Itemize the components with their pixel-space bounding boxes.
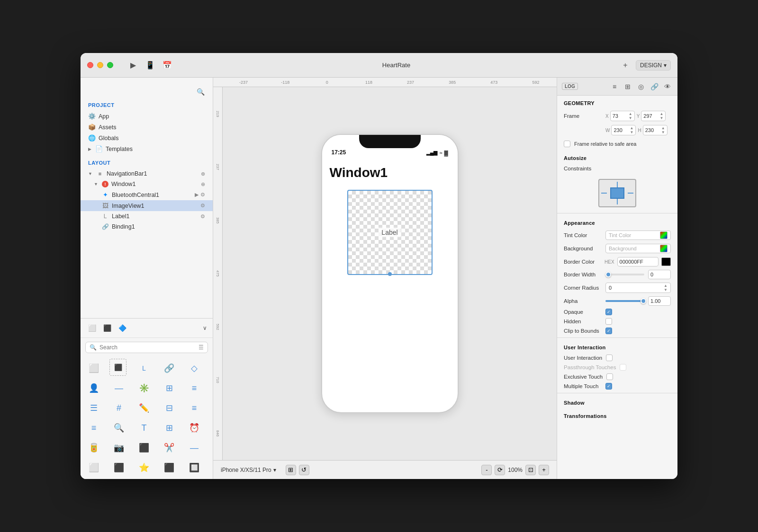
palette-item-grid[interactable]: ⊞ xyxy=(160,379,179,398)
palette-item-user[interactable]: 👤 xyxy=(84,379,103,398)
palette-item-list[interactable]: ☰ xyxy=(84,399,103,417)
play-item-icon[interactable]: ▶ xyxy=(195,192,199,198)
safe-area-checkbox[interactable] xyxy=(564,141,570,147)
palette-item-line[interactable]: — xyxy=(109,379,128,398)
zoom-in-button[interactable]: + xyxy=(539,465,549,475)
palette-tab-components[interactable]: ⬜ xyxy=(86,322,98,334)
corner-radius-stepper[interactable]: ▲ ▼ xyxy=(664,284,668,292)
sidebar-item-label1[interactable]: L Label1 ⚙ xyxy=(81,211,213,222)
flip-button[interactable]: ↺ xyxy=(299,465,309,475)
play-button[interactable]: ▶ xyxy=(126,59,140,72)
sidebar-item-window1[interactable]: ▼ ! Window1 ⊕ xyxy=(81,179,213,189)
settings-item-icon[interactable]: ⚙ xyxy=(200,192,205,198)
border-color-swatch[interactable] xyxy=(661,257,671,266)
x-stepper[interactable]: ▲ ▼ xyxy=(629,112,632,120)
palette-item-textfield[interactable]: T xyxy=(135,418,153,437)
palette-item-label[interactable]: L xyxy=(135,359,153,378)
palette-item-starshape[interactable]: ⭐ xyxy=(135,458,153,477)
y-input[interactable]: 297 ▲ ▼ xyxy=(641,111,666,121)
palette-item-view[interactable]: ⬜ xyxy=(84,359,103,378)
sidebar-item-imageview[interactable]: 🖼 ImageView1 ⚙ xyxy=(81,200,213,211)
hidden-checkbox[interactable] xyxy=(605,318,612,325)
tint-color-picker-icon[interactable] xyxy=(660,231,668,239)
canvas-main[interactable]: 17:25 ▂▄▆ ≈ ▓ Window1 xyxy=(223,87,557,460)
calendar-icon[interactable]: 📅 xyxy=(161,59,174,72)
log-button[interactable]: LOG xyxy=(562,83,578,90)
palette-item-dark[interactable]: ⬛ xyxy=(135,438,153,457)
border-hex-input[interactable]: 000000FF xyxy=(617,257,659,266)
palette-item-rect[interactable]: ⬜ xyxy=(84,458,103,477)
palette-item-link[interactable]: 🔗 xyxy=(160,359,179,378)
passthrough-checkbox[interactable] xyxy=(620,364,626,371)
zoom-fit-button[interactable]: ⊡ xyxy=(525,465,536,475)
device-icon[interactable]: 📱 xyxy=(144,59,157,72)
sidebar-item-binding1[interactable]: 🔗 Binding1 xyxy=(81,222,213,232)
h-stepper[interactable]: ▲ ▼ xyxy=(661,126,665,134)
zoom-out-button[interactable]: - xyxy=(481,465,492,475)
tint-color-input[interactable]: Tint Color xyxy=(605,231,671,240)
minimize-button[interactable] xyxy=(97,62,103,68)
constraints-visual[interactable] xyxy=(598,179,636,207)
sidebar-item-bluetooth[interactable]: ✦ BluetoothCentral1 ▶ ⚙ xyxy=(81,189,213,200)
alpha-slider[interactable] xyxy=(605,300,644,302)
sidebar-item-templates[interactable]: ▶ 📄 Templates xyxy=(81,143,213,154)
palette-item-nav[interactable]: ≡ xyxy=(185,379,204,398)
w-stepper[interactable]: ▲ ▼ xyxy=(630,126,634,134)
palette-item-menu[interactable]: ≡ xyxy=(185,399,204,417)
multiple-touch-checkbox[interactable] xyxy=(605,383,612,390)
y-stepper[interactable]: ▲ ▼ xyxy=(659,112,663,120)
palette-item-scissors[interactable]: ✂️ xyxy=(160,438,179,457)
rotate-button[interactable]: ⊞ xyxy=(286,465,296,475)
bg-color-picker-icon[interactable] xyxy=(660,245,668,252)
add-button[interactable]: + xyxy=(619,59,632,72)
palette-item-stack[interactable]: ⬛ xyxy=(160,458,179,477)
settings-icon[interactable]: ⚙ xyxy=(200,213,205,220)
add-item-icon[interactable]: ⊕ xyxy=(201,171,205,177)
palette-item-pencil[interactable]: ✏️ xyxy=(135,399,153,417)
palette-item-dashed[interactable]: ⬛ xyxy=(109,359,126,376)
background-input[interactable]: Background xyxy=(605,244,671,253)
palette-tab-shapes[interactable]: 🔷 xyxy=(117,322,128,334)
inspect-icon[interactable]: ⊞ xyxy=(623,81,633,92)
palette-item-3d[interactable]: 🥫 xyxy=(84,438,103,457)
palette-search-input[interactable] xyxy=(99,344,196,351)
list-view-icon[interactable]: ☰ xyxy=(199,344,204,351)
palette-item-hash[interactable]: # xyxy=(109,399,128,417)
maximize-button[interactable] xyxy=(107,62,113,68)
palette-item-star[interactable]: ✳️ xyxy=(135,379,153,398)
w-input[interactable]: 230 ▲ ▼ xyxy=(611,125,636,135)
list-icon[interactable]: ≡ xyxy=(609,81,620,92)
palette-item-dash[interactable]: — xyxy=(185,438,204,457)
imageview-placeholder[interactable]: Label xyxy=(347,190,433,275)
link-icon[interactable]: 🔗 xyxy=(649,81,659,92)
sidebar-item-assets[interactable]: 📦 Assets xyxy=(81,122,213,133)
zoom-reset-button[interactable]: ⟳ xyxy=(495,465,505,475)
palette-item-table[interactable]: ⊞ xyxy=(160,418,179,437)
clip-bounds-checkbox[interactable] xyxy=(605,328,612,334)
opaque-checkbox[interactable] xyxy=(605,309,612,315)
circle-icon[interactable]: ◎ xyxy=(636,81,646,92)
close-button[interactable] xyxy=(87,62,93,68)
settings-icon[interactable]: ⚙ xyxy=(200,203,205,209)
corner-radius-input[interactable]: 0 ▲ ▼ xyxy=(605,283,671,293)
add-child-icon[interactable]: ⊕ xyxy=(201,181,205,187)
palette-collapse-icon[interactable]: ∨ xyxy=(203,325,207,331)
palette-item-timer[interactable]: ⏰ xyxy=(185,418,204,437)
palette-item-gesture[interactable]: ◇ xyxy=(185,359,204,378)
x-input[interactable]: 73 ▲ ▼ xyxy=(610,111,635,121)
device-selector[interactable]: iPhone X/XS/11 Pro ▾ xyxy=(221,467,276,473)
design-button[interactable]: DESIGN ▾ xyxy=(636,60,671,71)
sidebar-item-globals[interactable]: 🌐 Globals xyxy=(81,133,213,143)
palette-tab-containers[interactable]: ⬛ xyxy=(101,322,113,334)
palette-item-minus[interactable]: ⊟ xyxy=(160,399,179,417)
palette-item-camera[interactable]: 📷 xyxy=(109,438,128,457)
sidebar-search-icon[interactable]: 🔍 xyxy=(194,85,207,98)
eye-icon[interactable]: 👁 xyxy=(662,81,673,92)
alpha-input[interactable]: 1.00 xyxy=(648,296,671,306)
palette-item-layers[interactable]: 🔲 xyxy=(185,458,204,477)
border-width-slider[interactable] xyxy=(605,274,644,275)
sidebar-item-navigationbar[interactable]: ▼ ≡ NavigationBar1 ⊕ xyxy=(81,168,213,179)
exclusive-touch-checkbox[interactable] xyxy=(606,373,613,380)
sidebar-item-app[interactable]: ⚙️ App xyxy=(81,111,213,122)
palette-item-roundrect[interactable]: ⬛ xyxy=(109,458,128,477)
